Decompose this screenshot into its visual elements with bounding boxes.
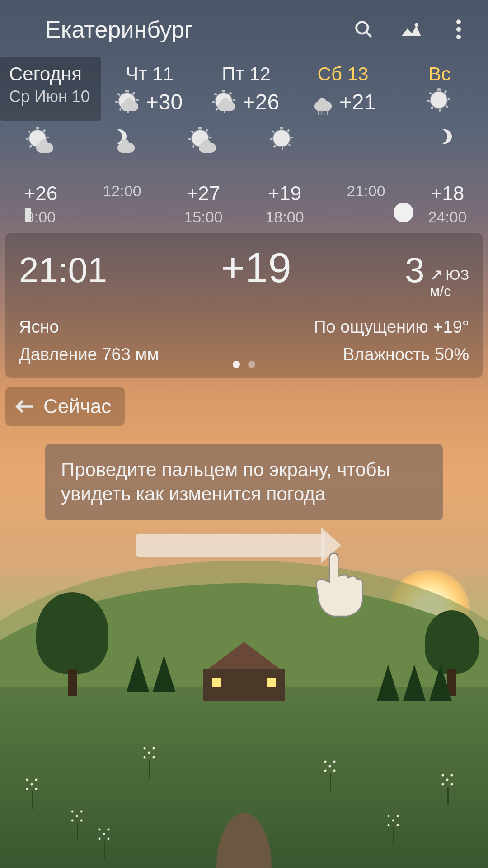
swipe-arrow-icon	[136, 534, 325, 557]
hour-item-5[interactable]: +1824:00	[407, 128, 488, 226]
page-dot-2[interactable]	[248, 361, 255, 368]
day-sublabel: Ср Июн 10	[9, 87, 97, 106]
day-tab-3[interactable]: Сб 13+21	[295, 57, 391, 121]
current-weather-panel[interactable]: 21:01 +19 3 ЮЗ м/с Яс	[5, 233, 483, 378]
city-name[interactable]: Екатеринбург	[18, 16, 352, 43]
wind-direction: ЮЗ	[446, 267, 469, 283]
svg-point-3	[415, 23, 418, 27]
app-header: Екатеринбург	[0, 16, 488, 57]
hour-time: 12:00	[81, 182, 163, 200]
current-condition: Ясно	[19, 317, 59, 337]
wind-speed: 3	[405, 250, 424, 291]
day-tab-0[interactable]: СегодняСр Июн 10	[0, 57, 101, 121]
hour-temp: +27	[163, 182, 244, 205]
hour-temp: +18	[407, 182, 488, 205]
sun-cloud-icon	[27, 128, 54, 155]
day-temp: +30	[146, 90, 183, 114]
day-tab-2[interactable]: Пт 12+26	[198, 57, 295, 121]
svg-marker-2	[401, 26, 421, 36]
moon-icon	[434, 128, 461, 155]
sun-cloud-icon	[213, 91, 236, 113]
hour-temp: +19	[244, 182, 325, 205]
hour-item-3[interactable]: +1918:00	[244, 128, 325, 226]
day-tab-4[interactable]: Вс	[391, 57, 488, 121]
page-dot-1[interactable]	[233, 361, 240, 368]
day-label: Чт 11	[106, 63, 193, 85]
day-label: Пт 12	[202, 63, 290, 85]
sun-cloud-icon	[190, 128, 217, 155]
day-temp: +21	[339, 90, 376, 114]
day-label: Сегодня	[9, 63, 97, 85]
svg-point-5	[456, 27, 461, 32]
svg-point-4	[456, 19, 461, 24]
hour-item-2[interactable]: +2715:00	[163, 128, 244, 226]
wind-arrow-icon	[430, 269, 443, 282]
feels-like: По ощущению +19°	[314, 317, 469, 337]
search-icon[interactable]	[352, 18, 375, 41]
svg-line-1	[366, 32, 371, 37]
svg-point-0	[357, 22, 368, 34]
hour-item-1[interactable]: 12:00	[81, 128, 163, 226]
photo-icon[interactable]	[400, 18, 422, 41]
sun-icon	[271, 128, 298, 155]
hour-item-0[interactable]: +269:00	[0, 128, 81, 226]
swipe-gesture-hint	[0, 534, 488, 624]
day-label: Сб 13	[299, 63, 387, 85]
sun-cloud-icon	[117, 91, 139, 113]
current-wind: 3 ЮЗ м/с	[405, 250, 469, 299]
timeline-start-marker	[25, 208, 31, 222]
current-time: 21:01	[19, 250, 107, 291]
more-icon[interactable]	[447, 18, 470, 41]
hand-pointer-icon	[307, 547, 366, 622]
svg-point-6	[456, 35, 461, 39]
moon-cloud-icon	[108, 128, 136, 155]
current-temperature: +19	[221, 244, 291, 292]
hour-time: 18:00	[244, 208, 325, 226]
day-label: Вс	[396, 63, 483, 85]
page-indicator[interactable]	[233, 361, 255, 368]
humidity: Влажность 50%	[343, 345, 469, 364]
rain-icon	[310, 91, 333, 113]
swipe-hint-bubble: Проведите пальцем по экрану, чтобы увиде…	[45, 444, 443, 520]
hour-time: 24:00	[407, 208, 488, 226]
hour-time: 9:00	[0, 208, 81, 226]
hour-time: 15:00	[163, 208, 244, 226]
sun-icon	[428, 90, 451, 112]
hourly-forecast[interactable]: +269:0012:00+2715:00+1918:0021:00+1824:0…	[0, 121, 488, 226]
forecast-days[interactable]: СегодняСр Июн 10Чт 11+30Пт 12+26Сб 13+21…	[0, 57, 488, 121]
day-temp: +26	[243, 90, 279, 114]
back-arrow-icon	[14, 398, 34, 415]
timeline-current-dot[interactable]	[394, 203, 413, 222]
now-label: Сейчас	[43, 395, 111, 418]
day-tab-1[interactable]: Чт 11+30	[101, 57, 198, 121]
hour-time: 21:00	[325, 182, 407, 200]
hour-temp: +26	[0, 182, 81, 205]
pressure: Давление 763 мм	[19, 345, 159, 364]
wind-unit: м/с	[430, 283, 451, 299]
now-badge[interactable]: Сейчас	[5, 387, 125, 426]
